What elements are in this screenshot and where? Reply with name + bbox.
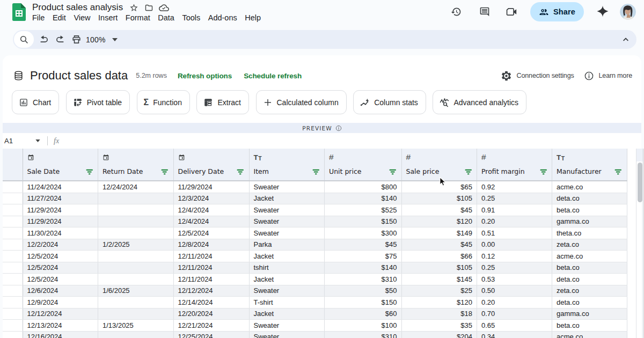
cell[interactable]: Sweater xyxy=(250,332,325,338)
filter-icon[interactable] xyxy=(465,169,472,175)
cell[interactable]: 11/27/2024 xyxy=(23,193,99,204)
cell[interactable]: gamma.co xyxy=(552,216,627,227)
cell[interactable]: Sweater xyxy=(250,227,325,239)
cell[interactable]: $105 xyxy=(402,193,478,204)
cell[interactable]: 12/4/2024 xyxy=(174,216,250,227)
row-gutter-cell[interactable] xyxy=(3,274,23,285)
function-button[interactable]: Σ Function xyxy=(137,90,190,114)
cell[interactable]: 0.25 xyxy=(477,193,552,204)
cell[interactable]: 12/5/2024 xyxy=(174,227,250,239)
row-gutter-cell[interactable] xyxy=(3,332,23,338)
cell[interactable]: 1/2/2025 xyxy=(98,239,174,251)
zoom-control[interactable]: 100% xyxy=(84,35,118,44)
cell[interactable]: $204 xyxy=(402,332,478,338)
cell[interactable]: 0.20 xyxy=(477,216,552,227)
calculated-column-button[interactable]: Calculated column xyxy=(256,90,347,114)
cell[interactable]: $800 xyxy=(325,181,402,193)
cell[interactable]: Sweater xyxy=(250,216,325,227)
column-stats-button[interactable]: Column stats xyxy=(353,90,426,114)
cell[interactable]: T-shirt xyxy=(250,297,325,308)
cell[interactable]: Sweater xyxy=(250,204,325,216)
cell[interactable]: $140 xyxy=(325,262,402,274)
share-button[interactable]: Share xyxy=(530,2,584,21)
cell[interactable]: 0.92 xyxy=(477,181,552,193)
cell[interactable]: $149 xyxy=(402,227,478,239)
column-header-return-date[interactable]: Return Date xyxy=(98,149,174,180)
connection-settings-label[interactable]: Connection settings xyxy=(517,72,574,79)
cell[interactable] xyxy=(98,262,174,274)
chart-button[interactable]: Chart xyxy=(12,90,59,114)
cell[interactable] xyxy=(98,251,174,262)
column-header-sale-date[interactable]: Sale Date xyxy=(23,149,99,180)
cell[interactable]: 0.25 xyxy=(477,262,552,274)
cell[interactable]: 12/9/2024 xyxy=(23,297,99,308)
refresh-options-link[interactable]: Refresh options xyxy=(178,72,232,80)
cell[interactable] xyxy=(98,193,174,204)
cell[interactable]: $60 xyxy=(325,308,402,320)
connection-settings-icon[interactable] xyxy=(501,70,512,82)
collapse-toolbar-button[interactable] xyxy=(618,32,633,47)
cell[interactable] xyxy=(98,204,174,216)
filter-icon[interactable] xyxy=(389,169,397,175)
cell[interactable]: tshirt xyxy=(250,262,325,274)
cell[interactable]: 12/16/2024 xyxy=(23,332,99,338)
filter-icon[interactable] xyxy=(540,169,547,175)
cell[interactable]: $66 xyxy=(402,251,478,262)
row-gutter-cell[interactable] xyxy=(3,204,23,216)
cell[interactable]: 11/29/2024 xyxy=(23,216,99,227)
row-gutter-cell[interactable] xyxy=(3,262,23,274)
meet-video-icon[interactable] xyxy=(506,6,518,17)
gemini-sparkle-icon[interactable] xyxy=(596,5,609,18)
cell[interactable]: 0.51 xyxy=(477,227,552,239)
row-gutter-cell[interactable] xyxy=(3,251,23,262)
cell[interactable]: $525 xyxy=(325,204,402,216)
cell[interactable]: 11/29/2024 xyxy=(23,204,99,216)
cell[interactable]: $50 xyxy=(325,285,402,297)
column-header-delivery-date[interactable]: Delivery Date xyxy=(174,149,250,180)
cell[interactable]: 12/13/2024 xyxy=(23,320,99,331)
cell[interactable]: Jacket xyxy=(250,308,325,320)
row-gutter-cell[interactable] xyxy=(3,239,23,251)
row-gutter-cell[interactable] xyxy=(3,216,23,227)
cell[interactable] xyxy=(98,227,174,239)
row-gutter-cell[interactable] xyxy=(3,285,23,297)
row-gutter-cell[interactable] xyxy=(3,308,23,320)
cell[interactable]: 12/24/2024 xyxy=(98,181,174,193)
cell[interactable]: deta.co xyxy=(552,297,627,308)
print-button[interactable] xyxy=(69,32,84,47)
cell[interactable] xyxy=(98,216,174,227)
cell[interactable]: 0.65 xyxy=(477,320,552,331)
cell[interactable]: $75 xyxy=(325,251,402,262)
cell[interactable]: acme.co xyxy=(552,251,627,262)
cell[interactable]: $35 xyxy=(402,320,478,331)
cell[interactable]: 12/20/2024 xyxy=(174,308,250,320)
cell[interactable]: Sweater xyxy=(250,285,325,297)
cell[interactable]: $100 xyxy=(325,320,402,331)
preview-info-icon[interactable] xyxy=(335,125,342,131)
cell[interactable]: $150 xyxy=(325,216,402,227)
cell[interactable]: 0.70 xyxy=(477,308,552,320)
cell[interactable]: 1/6/2025 xyxy=(98,285,174,297)
cell[interactable]: 0.53 xyxy=(477,274,552,285)
cell[interactable]: $310 xyxy=(325,332,402,338)
cell[interactable]: 0.00 xyxy=(477,239,552,251)
cell[interactable] xyxy=(98,308,174,320)
cell[interactable]: 11/24/2024 xyxy=(23,181,99,193)
cell[interactable]: 12/5/2024 xyxy=(23,251,99,262)
version-history-icon[interactable] xyxy=(451,6,462,17)
cell[interactable]: 12/12/2024 xyxy=(23,308,99,320)
cell[interactable]: 12/3/2024 xyxy=(174,193,250,204)
row-gutter-cell[interactable] xyxy=(3,320,23,331)
cell[interactable]: $105 xyxy=(402,262,478,274)
cell[interactable]: 12/8/2024 xyxy=(174,239,250,251)
cell[interactable]: 12/5/2024 xyxy=(23,262,99,274)
schedule-refresh-link[interactable]: Schedule refresh xyxy=(244,72,302,80)
cell[interactable]: 12/12/2024 xyxy=(174,285,250,297)
cell[interactable]: 11/30/2024 xyxy=(23,227,99,239)
cell[interactable]: 12/14/2024 xyxy=(174,297,250,308)
cell[interactable]: acme.co xyxy=(552,332,627,338)
cell[interactable]: 12/2/2024 xyxy=(23,239,99,251)
cell[interactable]: Jacket xyxy=(250,251,325,262)
extract-button[interactable]: Extract xyxy=(196,90,249,114)
column-header-sale-price[interactable]: #Sale price xyxy=(402,149,478,180)
